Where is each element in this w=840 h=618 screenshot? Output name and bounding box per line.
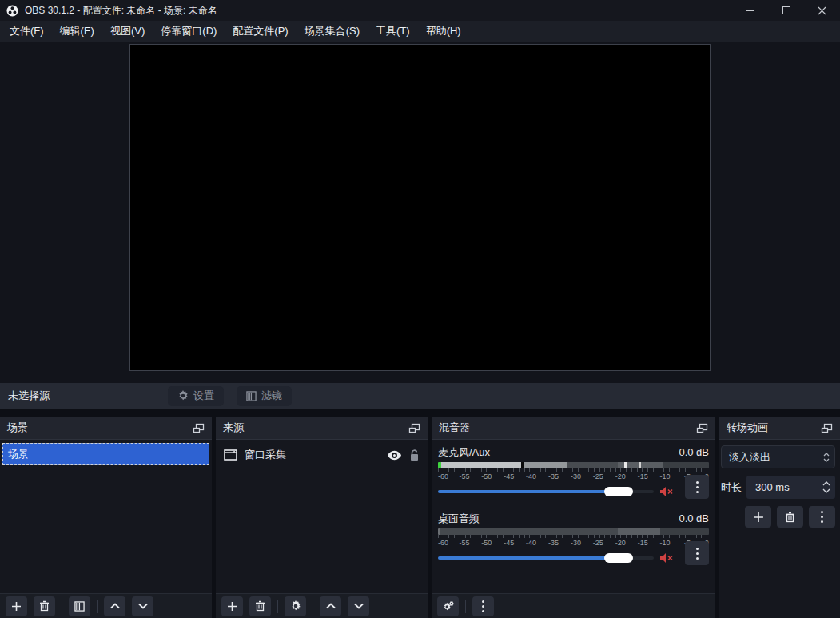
menu-profile[interactable]: 配置文件(P) — [225, 21, 296, 42]
minimize-button[interactable] — [732, 0, 768, 21]
popout-icon[interactable] — [821, 423, 833, 433]
duration-value: 300 ms — [755, 481, 790, 493]
caret-down-icon — [823, 458, 830, 462]
preview-canvas[interactable] — [129, 44, 711, 371]
volume-slider[interactable] — [438, 485, 654, 498]
volume-slider-handle[interactable] — [604, 553, 633, 563]
scenes-panel: 场景 场景 — [0, 417, 212, 618]
volume-slider-handle[interactable] — [604, 487, 633, 496]
source-properties-label: 设置 — [193, 389, 214, 403]
plus-icon — [11, 601, 22, 612]
no-source-label: 未选择源 — [8, 389, 50, 403]
menu-help[interactable]: 帮助(H) — [418, 21, 469, 42]
minimize-icon — [746, 10, 754, 11]
maximize-button[interactable] — [768, 0, 804, 21]
close-button[interactable] — [804, 0, 840, 21]
move-source-up-button[interactable] — [320, 596, 341, 616]
scenes-panel-title: 场景 — [7, 421, 28, 435]
move-source-down-button[interactable] — [348, 596, 369, 616]
sources-panel-title: 来源 — [223, 421, 244, 435]
move-scene-down-button[interactable] — [132, 596, 153, 616]
plus-icon — [227, 601, 237, 612]
dock-area: 场景 场景 — [0, 409, 840, 618]
popout-icon[interactable] — [696, 423, 708, 433]
popout-icon[interactable] — [193, 423, 205, 433]
sources-panel-header[interactable]: 来源 — [216, 417, 428, 440]
window-title: OBS 30.1.2 - 配置文件: 未命名 - 场景: 未命名 — [25, 4, 217, 18]
kebab-menu-icon — [482, 600, 484, 612]
source-properties-gear-button[interactable] — [285, 596, 306, 616]
gear-icon — [290, 600, 301, 612]
kebab-menu-icon — [696, 548, 699, 560]
chevron-down-icon — [138, 603, 148, 609]
menu-view[interactable]: 视图(V) — [102, 21, 153, 42]
mixer-channel-desktop: 桌面音频 0.0 dB -60-55-50-45-40-35-30-25-20-… — [438, 512, 709, 564]
source-item-label: 窗口采集 — [245, 448, 286, 462]
scenes-panel-header[interactable]: 场景 — [0, 417, 212, 440]
window-capture-icon — [224, 449, 237, 461]
mixer-channel-mic: 麦克风/Aux 0.0 dB -60-55-50-45-40-35-30-25-… — [438, 445, 709, 498]
gear-icon — [177, 390, 189, 401]
remove-transition-button[interactable] — [777, 506, 803, 528]
menu-edit[interactable]: 编辑(E) — [52, 21, 102, 42]
duration-spinbox[interactable]: 300 ms — [746, 476, 835, 499]
channel-db-value: 0.0 dB — [679, 512, 709, 524]
mixer-panel-title: 混音器 — [439, 421, 470, 435]
toolbar-separator — [465, 600, 466, 613]
filter-icon — [246, 391, 257, 401]
transition-select[interactable]: 淡入淡出 — [721, 445, 835, 468]
chevron-up-icon — [110, 603, 120, 609]
mixer-panel-header[interactable]: 混音器 — [432, 417, 715, 440]
channel-name: 桌面音频 — [438, 512, 480, 526]
scenes-toolbar — [0, 593, 212, 618]
advanced-audio-button[interactable] — [437, 596, 459, 616]
menu-tools[interactable]: 工具(T) — [368, 21, 418, 42]
add-scene-button[interactable] — [6, 596, 27, 616]
trash-icon — [255, 600, 265, 612]
channel-options-button[interactable] — [685, 475, 709, 499]
scene-list-item[interactable]: 场景 — [2, 443, 209, 465]
mixer-options-button[interactable] — [472, 596, 494, 616]
mixer-panel: 混音器 麦克风/Aux 0.0 dB -60-55-50-45-40-35-30… — [432, 417, 715, 618]
add-source-button[interactable] — [221, 596, 243, 616]
caret-down-icon[interactable] — [822, 488, 830, 493]
meter-tick-labels: -60-55-50-45-40-35-30-25-20-15-10-50 — [438, 472, 709, 480]
remove-source-button[interactable] — [249, 596, 271, 616]
transitions-panel-header[interactable]: 转场动画 — [719, 417, 840, 440]
menu-file[interactable]: 文件(F) — [2, 21, 52, 42]
chevron-up-icon — [326, 603, 336, 609]
source-filters-button[interactable]: 滤镜 — [237, 386, 292, 406]
transition-options-button[interactable] — [809, 506, 835, 528]
menu-scene-collection[interactable]: 场景集合(S) — [297, 21, 368, 42]
muted-speaker-icon[interactable] — [659, 486, 674, 497]
spin-arrows — [822, 481, 830, 493]
popout-icon[interactable] — [408, 423, 420, 433]
toolbar-separator — [277, 600, 278, 613]
volume-slider[interactable] — [438, 552, 654, 564]
meter-scale — [438, 535, 709, 538]
scene-filters-button[interactable] — [69, 596, 90, 616]
remove-scene-button[interactable] — [34, 596, 55, 616]
channel-options-button[interactable] — [685, 541, 709, 565]
scene-item-label: 场景 — [8, 447, 29, 461]
mixer-toolbar — [432, 593, 715, 618]
lock-open-icon[interactable] — [409, 449, 420, 461]
add-transition-button[interactable] — [745, 506, 771, 528]
toolbar-separator — [62, 600, 62, 613]
source-list-item[interactable]: 窗口采集 — [216, 443, 428, 467]
visibility-eye-icon[interactable] — [387, 450, 402, 461]
toolbar-separator — [313, 600, 313, 613]
muted-speaker-icon[interactable] — [659, 552, 674, 564]
sources-list: 窗口采集 — [216, 440, 428, 593]
move-scene-up-button[interactable] — [104, 596, 125, 616]
menubar: 文件(F) 编辑(E) 视图(V) 停靠窗口(D) 配置文件(P) 场景集合(S… — [0, 21, 840, 42]
channel-db-value: 0.0 dB — [679, 446, 709, 458]
menu-docks[interactable]: 停靠窗口(D) — [153, 21, 225, 42]
meter-scale — [438, 468, 709, 472]
double-gear-icon — [442, 600, 455, 612]
channel-name: 麦克风/Aux — [438, 445, 490, 460]
caret-up-icon — [823, 453, 830, 457]
caret-up-icon[interactable] — [822, 481, 830, 486]
source-properties-button[interactable]: 设置 — [168, 386, 224, 406]
preview-area — [0, 42, 840, 383]
